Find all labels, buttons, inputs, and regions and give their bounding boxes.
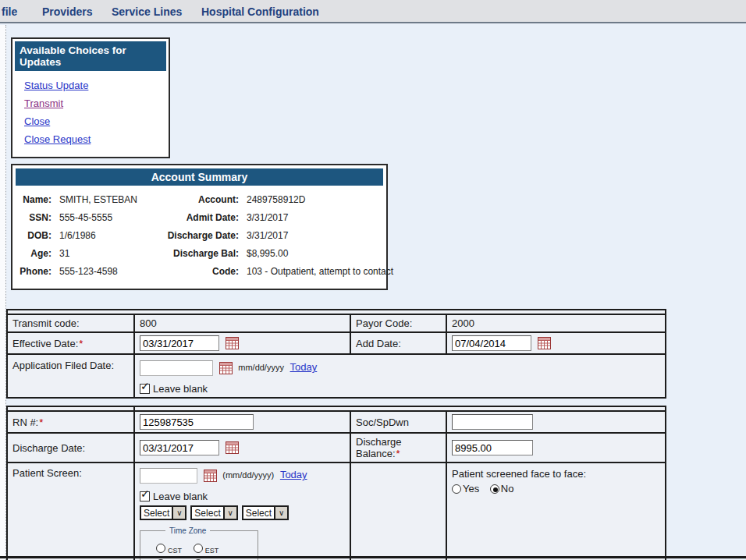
status-update-form-table: RN #:* Soc/SpDwn Discharge Date: Dischar… xyxy=(6,406,666,560)
leave-blank-option: ✓Leave blank xyxy=(140,383,660,395)
patient-screen-date-input[interactable] xyxy=(140,468,197,484)
account-value: 1/6/1986 xyxy=(59,227,140,245)
link-status-update[interactable]: Status Update xyxy=(24,76,88,94)
discharge-date-input[interactable] xyxy=(140,440,219,455)
calendar-icon[interactable] xyxy=(226,441,239,454)
account-label: DOB: xyxy=(16,227,52,245)
link-close-request[interactable]: Close Request xyxy=(24,130,91,148)
calendar-icon[interactable] xyxy=(226,337,239,349)
application-filed-date-label: Application Filed Date: xyxy=(7,354,134,398)
account-value: SMITH, ESTEBAN xyxy=(59,191,140,209)
face-to-face-label: Patient screened face to face: xyxy=(452,468,660,480)
radio-yes[interactable] xyxy=(452,484,461,494)
chevron-down-icon: ∨ xyxy=(172,507,185,519)
patient-screen-select-2[interactable]: Select∨ xyxy=(190,505,237,520)
radio-no[interactable] xyxy=(490,484,499,494)
leave-blank-checkbox[interactable]: ✓ xyxy=(140,491,150,502)
chevron-down-icon: ∨ xyxy=(274,507,287,519)
nav-item-service-lines[interactable]: Service Lines xyxy=(112,0,182,23)
nav-item-file[interactable]: file xyxy=(2,0,17,23)
account-summary-grid: Name: SMITH, ESTEBAN Account: 2489758912… xyxy=(16,186,383,285)
account-label: Age: xyxy=(16,245,52,263)
discharge-balance-label: Discharge Balance:* xyxy=(350,433,446,463)
add-date-input[interactable] xyxy=(452,335,531,351)
payor-code-value: 2000 xyxy=(446,314,666,332)
account-label: Admit Date: xyxy=(148,209,239,227)
effective-date-label: Effective Date:* xyxy=(7,332,134,354)
time-zone-legend: Time Zone xyxy=(165,526,210,535)
available-choices-panel: Available Choices for Updates Status Upd… xyxy=(11,37,170,158)
face-to-face-option-yes: Yes xyxy=(452,483,479,494)
transmit-detail-table: Transmit code: 800 Payor Code: 2000 Effe… xyxy=(6,309,666,399)
account-label: Discharge Bal: xyxy=(148,245,239,263)
account-value: 2489758912D xyxy=(247,191,393,209)
patient-screen-select-3[interactable]: Select∨ xyxy=(242,505,289,520)
calendar-icon[interactable] xyxy=(538,337,551,349)
account-label: Account: xyxy=(148,191,239,209)
nav-item-hospital-configuration[interactable]: Hospital Configuration xyxy=(201,0,319,23)
time-zone-option-cst: CST xyxy=(156,542,190,554)
left-frame-divider xyxy=(0,25,6,560)
radio-est[interactable] xyxy=(194,544,203,553)
account-label: SSN: xyxy=(16,209,52,227)
soc-spdwn-input[interactable] xyxy=(452,414,533,430)
link-transmit[interactable]: Transmit xyxy=(24,94,63,112)
discharge-date-label: Discharge Date: xyxy=(7,433,134,463)
patient-screen-select-1[interactable]: Select∨ xyxy=(140,505,186,520)
add-date-label: Add Date: xyxy=(350,332,446,354)
empty-cell xyxy=(350,463,446,560)
time-zone-option-est: EST xyxy=(194,542,228,554)
rn-number-label: RN #:* xyxy=(7,411,134,433)
date-format-hint: mm/dd/yyyy xyxy=(238,363,284,372)
account-label: Phone: xyxy=(16,263,52,281)
soc-spdwn-label: Soc/SpDwn xyxy=(350,411,446,433)
account-value: 3/31/2017 xyxy=(247,227,393,245)
radio-cst[interactable] xyxy=(156,544,165,553)
date-format-hint: (mm/dd/yyyy) xyxy=(222,470,274,480)
transmit-code-value: 800 xyxy=(134,314,350,332)
check-icon: ✓ xyxy=(140,488,150,499)
account-label: Name: xyxy=(16,191,52,209)
nav-item-providers[interactable]: Providers xyxy=(42,0,93,23)
available-choices-header: Available Choices for Updates xyxy=(15,41,166,71)
today-link[interactable]: Today xyxy=(280,469,307,480)
available-choices-links: Status Update Transmit Close Close Reque… xyxy=(15,71,166,154)
calendar-icon[interactable] xyxy=(219,362,233,374)
account-value: 555-123-4598 xyxy=(59,263,140,281)
face-to-face-option-no: No xyxy=(490,483,514,494)
today-link[interactable]: Today xyxy=(290,361,318,373)
account-value: 3/31/2017 xyxy=(247,209,393,227)
payor-code-label: Payor Code: xyxy=(350,314,446,332)
check-icon: ✓ xyxy=(140,381,150,392)
effective-date-input[interactable] xyxy=(140,335,219,351)
account-summary-panel: Account Summary Name: SMITH, ESTEBAN Acc… xyxy=(11,164,388,290)
account-value: 31 xyxy=(59,245,140,263)
time-zone-fieldset: Time Zone CST EST MST PST xyxy=(140,526,258,560)
account-label: Discharge Date: xyxy=(148,227,239,245)
account-label: Code: xyxy=(148,263,239,281)
account-value: $8,995.00 xyxy=(247,245,393,263)
rn-number-input[interactable] xyxy=(140,414,254,430)
application-filed-date-input[interactable] xyxy=(140,360,213,376)
top-nav-bar: file Providers Service Lines Hospital Co… xyxy=(0,0,746,23)
account-summary-header: Account Summary xyxy=(16,168,383,186)
patient-screen-label: Patient Screen: xyxy=(7,463,134,560)
account-value: 555-45-5555 xyxy=(59,209,140,227)
calendar-icon[interactable] xyxy=(204,470,217,482)
leave-blank-checkbox[interactable]: ✓ xyxy=(140,384,150,394)
leave-blank-option: ✓Leave blank xyxy=(140,491,345,502)
link-close[interactable]: Close xyxy=(24,112,50,130)
chevron-down-icon: ∨ xyxy=(223,507,236,519)
transmit-code-label: Transmit code: xyxy=(7,314,134,332)
patient-screen-selects: Select∨Select∨Select∨ xyxy=(140,505,345,520)
bottom-frame-border xyxy=(0,556,746,558)
discharge-balance-input[interactable] xyxy=(452,440,533,455)
account-value: 103 - Outpatient, attempt to contact xyxy=(247,263,393,281)
